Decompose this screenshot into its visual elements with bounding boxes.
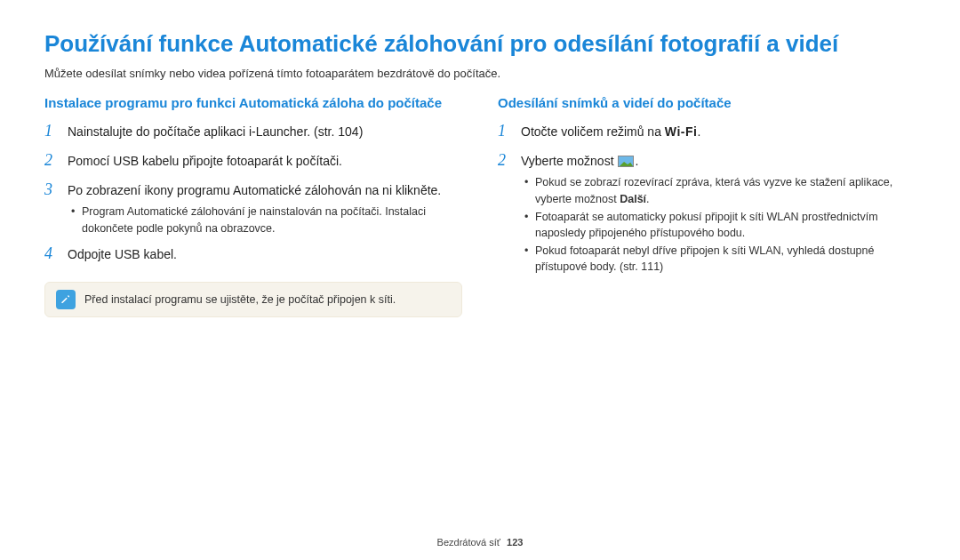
strong-text: Další xyxy=(620,193,646,205)
step-text: Po zobrazení ikony programu Automatické … xyxy=(68,181,441,200)
right-bullet-3: Pokud fotoaparát nebyl dříve připojen k … xyxy=(524,243,916,275)
left-step-4: 4 Odpojte USB kabel. xyxy=(44,242,462,266)
right-heading: Odesílání snímků a videí do počítače xyxy=(498,94,916,112)
right-bullet-2: Fotoaparát se automaticky pokusí připoji… xyxy=(524,209,916,241)
text-fragment: Vyberte možnost xyxy=(521,154,617,168)
page-footer: Bezdrátová síť 123 xyxy=(0,537,960,548)
left-heading: Instalace programu pro funkci Automatick… xyxy=(44,94,462,112)
step-text: Vyberte možnost . xyxy=(521,152,638,171)
right-step-1: 1 Otočte voličem režimů na Wi-Fi. xyxy=(498,119,916,143)
step-number: 1 xyxy=(498,119,512,143)
text-fragment: . xyxy=(697,124,700,139)
left-column: Instalace programu pro funkci Automatick… xyxy=(44,94,462,317)
text-fragment: . xyxy=(646,193,649,205)
note-box: Před instalací programu se ujistěte, že … xyxy=(44,282,462,317)
right-column: Odesílání snímků a videí do počítače 1 O… xyxy=(498,94,916,317)
step-text: Otočte voličem režimů na Wi-Fi. xyxy=(521,123,700,141)
right-bullet-1: Pokud se zobrazí rozevírací zpráva, kter… xyxy=(524,174,916,206)
step-number: 3 xyxy=(44,178,59,202)
step-number: 2 xyxy=(498,148,512,172)
note-text: Před instalací programu se ujistěte, že … xyxy=(84,293,396,306)
info-icon xyxy=(56,290,76,309)
left-step-3: 3 Po zobrazení ikony programu Automatick… xyxy=(44,178,462,202)
page-number: 123 xyxy=(507,537,523,548)
left-step-1: 1 Nainstalujte do počítače aplikaci i-La… xyxy=(44,119,462,143)
intro-text: Můžete odesílat snímky nebo videa poříze… xyxy=(44,67,916,80)
step-text: Pomocí USB kabelu připojte fotoaparát k … xyxy=(68,152,342,171)
left-step-3-sub: Program Automatické zálohování je nainst… xyxy=(71,204,462,236)
photo-icon xyxy=(618,156,634,167)
left-step-2: 2 Pomocí USB kabelu připojte fotoaparát … xyxy=(44,148,462,172)
manual-page: Používání funkce Automatické zálohování … xyxy=(0,0,960,560)
text-fragment: Pokud se zobrazí rozevírací zpráva, kter… xyxy=(535,176,892,204)
two-column-layout: Instalace programu pro funkci Automatick… xyxy=(44,94,916,317)
step-text: Nainstalujte do počítače aplikaci i-Laun… xyxy=(68,123,363,141)
step-text: Odpojte USB kabel. xyxy=(68,245,177,264)
step-number: 4 xyxy=(44,242,59,266)
footer-section: Bezdrátová síť xyxy=(437,537,500,548)
text-fragment: Otočte voličem režimů na xyxy=(521,124,665,139)
text-fragment: . xyxy=(635,154,638,168)
step-number: 2 xyxy=(44,148,59,172)
page-title: Používání funkce Automatické zálohování … xyxy=(44,30,916,58)
right-step-2: 2 Vyberte možnost . xyxy=(498,148,916,172)
step-number: 1 xyxy=(44,119,59,143)
wifi-label: Wi-Fi xyxy=(665,124,698,139)
